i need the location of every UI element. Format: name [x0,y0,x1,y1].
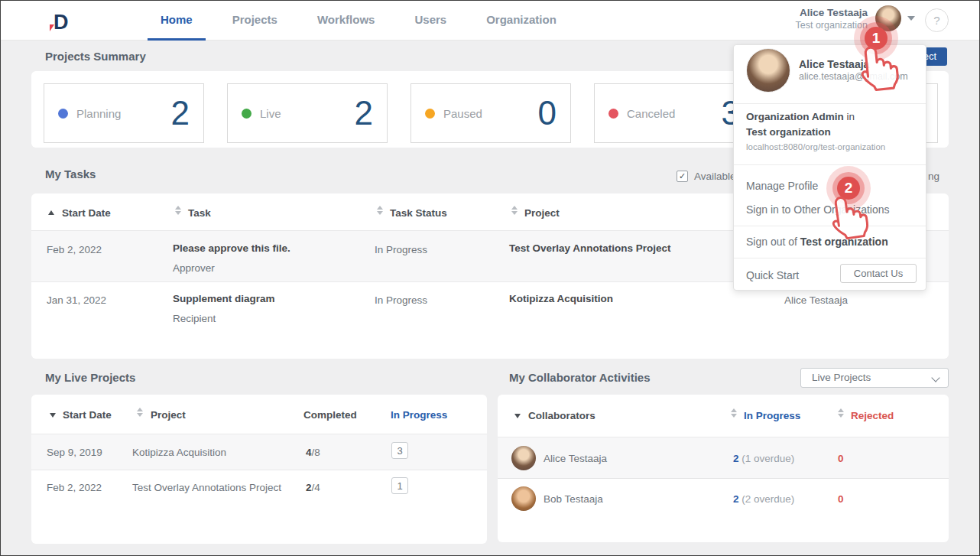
col-rejected[interactable]: Rejected [851,410,894,421]
summary-card-canceled[interactable]: Canceled 3 [594,83,754,143]
collaborator-in-progress: 2 (2 overdue) [733,493,794,505]
task-project[interactable]: Test Overlay Annotations Project [509,242,671,254]
task-date: Feb 2, 2022 [47,244,102,255]
my-live-projects-title: My Live Projects [45,371,135,384]
projects-summary-title: Projects Summary [45,50,146,63]
sort-both-icon[interactable] [731,408,738,418]
completed-done: 4 [306,447,312,458]
sort-both-icon[interactable] [175,206,182,215]
nav-tab-users[interactable]: Users [401,1,459,41]
nav-tab-home[interactable]: Home [148,1,206,41]
in-progress-count: 2 [733,493,739,505]
task-role: Recipient [173,313,216,324]
sort-descending-icon[interactable] [514,414,521,418]
nav-tab-workflows[interactable]: Workflows [304,1,388,41]
col-completed[interactable]: Completed [303,409,357,421]
col-start-date[interactable]: Start Date [63,409,112,421]
sort-both-icon[interactable] [511,206,518,215]
summary-card-planning[interactable]: Planning 2 [44,83,204,143]
col-project[interactable]: Project [524,207,560,219]
in-progress-count-button[interactable]: 1 [391,477,408,494]
sort-both-icon[interactable] [377,206,384,215]
live-status-dot [242,109,251,119]
summary-card-label: Planning [76,107,121,120]
col-in-progress[interactable]: In Progress [391,409,447,421]
task-name[interactable]: Please approve this file. [173,242,290,254]
completed-total: /8 [312,447,320,458]
completed-total: /4 [312,482,320,493]
collaborator-avatar [511,486,536,511]
nav-tab-projects[interactable]: Projects [219,1,290,41]
task-status: In Progress [375,244,427,255]
collaborator-activities-table: Collaborators In Progress Rejected Alice… [498,395,949,542]
col-task[interactable]: Task [188,207,211,219]
project-filter-select[interactable]: Live Projects [800,368,949,388]
menu-item-quick-start[interactable]: Quick Start [746,269,799,281]
sort-descending-icon[interactable] [50,413,56,418]
task-name[interactable]: Supplement diagram [173,293,275,304]
task-project[interactable]: Kotipizza Acquisition [509,293,613,304]
rejected-count: 0 [838,493,844,505]
collaborator-name[interactable]: Alice Testaaja [544,453,607,464]
paused-status-dot [425,109,435,119]
sort-both-icon[interactable] [137,408,144,417]
task-date: Jan 31, 2022 [47,294,106,306]
menu-role: Organization Admin [746,111,844,122]
project-name[interactable]: Test Overlay Annotations Project [132,482,281,493]
col-project[interactable]: Project [151,409,186,421]
app-logo-icon[interactable]: D [47,8,74,35]
top-navigation-bar: D Home Projects Workflows Users Organiza… [1,1,979,41]
rejected-count: 0 [838,453,844,464]
nav-tab-organization[interactable]: Organization [473,1,570,41]
in-progress-count-button[interactable]: 3 [391,442,408,459]
menu-avatar [746,48,790,93]
summary-card-live[interactable]: Live 2 [227,83,388,143]
collaborator-in-progress: 2 (1 overdue) [733,453,794,464]
project-completed: 2/4 [306,482,320,493]
tap-hand-icon [856,43,902,94]
chevron-down-icon [931,373,939,382]
task-role: Approver [173,262,215,274]
summary-card-value: 2 [355,96,373,130]
help-button[interactable]: ? [925,8,949,32]
collaborator-name[interactable]: Bob Testaaja [544,493,603,505]
available-checkbox-label: Available [694,171,736,182]
summary-card-paused[interactable]: Paused 0 [410,83,571,143]
col-in-progress[interactable]: In Progress [744,410,800,421]
sign-out-prefix: Sign out of [746,236,800,248]
completed-done: 2 [306,482,312,493]
contact-us-button[interactable]: Contact Us [840,264,917,283]
menu-org-url: localhost:8080/org/test-organization [746,142,885,151]
summary-card-value: 2 [171,96,190,130]
svg-text:D: D [54,11,69,34]
in-progress-count: 2 [733,453,739,464]
project-name[interactable]: Kotipizza Acquisition [132,447,226,458]
tap-hand-icon [826,193,872,244]
project-date: Sep 9, 2019 [47,447,102,458]
col-collaborators[interactable]: Collaborators [528,410,595,421]
col-start-date[interactable]: Start Date [62,207,111,219]
sort-ascending-icon[interactable] [48,210,54,215]
menu-role-line: Organization Admin in [746,111,855,122]
menu-org-name: Test organization [746,126,831,138]
summary-card-label: Paused [443,107,482,120]
available-checkbox[interactable]: ✓ [677,171,688,182]
task-status: In Progress [375,294,427,306]
overdue-note: (1 overdue) [739,453,795,464]
collaborator-avatar [511,446,536,470]
menu-role-rest: in [844,111,855,122]
planning-status-dot [58,109,68,119]
col-task-status[interactable]: Task Status [390,207,447,219]
sort-both-icon[interactable] [838,408,845,418]
summary-card-value: 0 [538,96,557,130]
project-completed: 4/8 [306,447,320,458]
my-tasks-title: My Tasks [45,167,96,180]
summary-card-label: Canceled [627,107,675,120]
menu-item-manage-profile[interactable]: Manage Profile [746,180,818,192]
collaborator-activities-title: My Collaborator Activities [509,371,650,384]
canceled-status-dot [608,109,618,119]
project-filter-value: Live Projects [812,372,871,383]
overdue-note: (2 overdue) [739,493,795,505]
summary-card-label: Live [260,107,281,120]
app-window: D Home Projects Workflows Users Organiza… [0,0,980,556]
